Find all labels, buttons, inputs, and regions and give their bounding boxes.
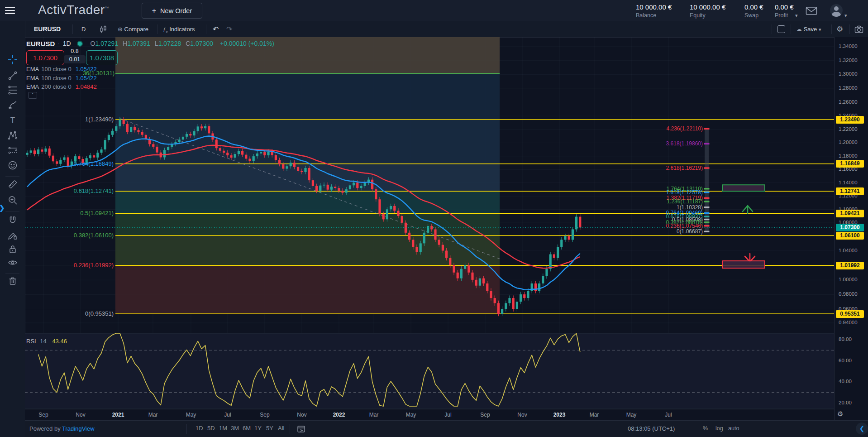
hamburger-menu-icon[interactable]	[5, 7, 15, 14]
time-tick: May	[626, 412, 637, 418]
mail-icon[interactable]	[806, 6, 817, 18]
rsi-pane-bg	[25, 333, 834, 409]
chart-style-icon[interactable]	[99, 21, 108, 37]
go-to-date-icon[interactable]	[296, 424, 306, 435]
new-order-button[interactable]: New Order	[142, 3, 202, 19]
indicator-value: 1.04842	[76, 83, 97, 90]
bottom-toolbar: Powered by TradingView 1D5D1M3M6M1Y5YAll…	[25, 420, 868, 437]
indicator-row[interactable]: EMA100 close 01.05422	[26, 75, 97, 83]
save-caret-icon	[819, 26, 821, 33]
drawing-mode-tool-icon[interactable]	[6, 229, 19, 241]
range-1y-button[interactable]: 1Y	[254, 425, 262, 432]
collapse-panel-chevron-icon[interactable]: ❮	[856, 423, 868, 435]
price-tick: 1.18000	[839, 153, 858, 158]
ruler-tool-icon[interactable]	[6, 178, 19, 191]
time-tick: May	[406, 412, 416, 418]
indicator-row[interactable]: EMA100 close 01.05422	[26, 66, 97, 74]
indicator-value: 1.05422	[76, 75, 97, 82]
fib-extension-labels: 4.236(1.22110)3.618(1.19860)2.618(1.1621…	[666, 125, 703, 235]
magnet-tool-icon[interactable]	[6, 214, 19, 227]
function-icon: ƒx	[163, 26, 168, 33]
stat-equity: 10 000.00 €Equity	[690, 3, 725, 19]
rsi-tick: 40.00	[839, 379, 852, 384]
long-entry-box[interactable]	[722, 185, 765, 191]
stat-value: 0.00 €	[744, 3, 763, 11]
forecast-tool-icon[interactable]	[6, 144, 19, 157]
undo-icon[interactable]: ↶	[213, 21, 219, 37]
watchlist-expand-chevron-icon[interactable]: ❯	[0, 204, 5, 212]
chart-legend[interactable]: EURUSD · 1D O1.07291H1.07391L1.07228C1.0…	[26, 39, 274, 48]
range-1d-button[interactable]: 1D	[196, 425, 203, 432]
price-tick: 1.14000	[839, 180, 858, 185]
svg-text:0.764(1.16849): 0.764(1.16849)	[74, 160, 114, 167]
range-1m-button[interactable]: 1M	[219, 425, 227, 432]
range-all-button[interactable]: All	[278, 425, 284, 432]
delete-all-tool-icon[interactable]	[6, 274, 19, 287]
screenshot-camera-icon[interactable]	[854, 21, 863, 37]
axis-settings-gear-icon[interactable]: ⚙	[837, 410, 843, 418]
price-level-badge: 1.06100	[836, 232, 864, 240]
rsi-tick: 60.00	[839, 358, 852, 363]
redo-icon[interactable]: ↷	[226, 21, 232, 37]
price-level-badge: 1.09421	[836, 210, 864, 217]
time-tick: Sep	[260, 412, 269, 418]
fib-extension-ladder[interactable]	[704, 128, 710, 232]
scale-percent-button[interactable]: %	[703, 425, 708, 432]
settings-gear-icon[interactable]: ⚙	[836, 21, 843, 37]
scale-log-button[interactable]: log	[715, 425, 723, 432]
time-tick: Sep	[480, 412, 490, 418]
short-entry-box[interactable]	[722, 261, 765, 268]
powered-by: Powered by TradingView	[29, 425, 95, 432]
compare-button[interactable]: ⊕ Compare	[118, 21, 148, 37]
buy-ask-button[interactable]: 1.07308	[86, 50, 118, 65]
fib-shaded-bands	[115, 37, 500, 314]
clock[interactable]: 08:13:05 (UTC+1)	[628, 425, 675, 432]
interval-button[interactable]: D	[81, 21, 86, 37]
indicator-name: EMA	[26, 66, 39, 72]
avatar[interactable]	[830, 4, 843, 17]
sidebar-divider	[5, 176, 19, 177]
up-arrow-icon[interactable]	[743, 206, 753, 213]
indicator-params: 100 close 0	[41, 75, 72, 82]
scale-auto-button[interactable]: auto	[728, 425, 739, 432]
time-tick: Jul	[665, 412, 672, 418]
legend-collapse-button[interactable]: ⌃	[28, 92, 37, 99]
brush-tool-icon[interactable]	[6, 99, 19, 111]
xabcd-pattern-tool-icon[interactable]	[6, 129, 19, 142]
range-6m-button[interactable]: 6M	[243, 425, 251, 432]
indicators-button[interactable]: ƒx Indicators	[163, 21, 195, 37]
svg-text:1(1.23490): 1(1.23490)	[85, 116, 114, 123]
indicator-row[interactable]: EMA200 close 01.04842	[26, 83, 97, 91]
symbol-search-button[interactable]: EURUSD	[34, 21, 61, 37]
layout-select-icon[interactable]	[777, 21, 785, 37]
chart-canvas[interactable]: 1(1.23490)0.764(1.16849)0.618(1.12741)0.…	[25, 37, 834, 420]
zoom-in-tool-icon[interactable]	[6, 194, 19, 206]
trend-line-tool-icon[interactable]	[6, 69, 19, 82]
emoji-tool-icon[interactable]	[6, 159, 19, 172]
text-tool-icon[interactable]: T	[6, 114, 19, 126]
price-level-badge: 1.16849	[836, 160, 864, 168]
lock-all-tool-icon[interactable]	[6, 243, 19, 255]
time-axis[interactable]: SepNov2021MarMayJulSepNov2022MarMayJulSe…	[25, 409, 834, 421]
tradingview-link[interactable]: TradingView	[62, 425, 95, 432]
save-button[interactable]: ☁ Save	[796, 21, 821, 37]
drawing-tools-sidebar: T	[0, 21, 25, 437]
range-5y-button[interactable]: 5Y	[266, 425, 273, 432]
rsi-legend[interactable]: RSI 14 43.46	[26, 338, 67, 345]
sell-bid-button[interactable]: 1.07300	[26, 50, 64, 65]
hide-all-tool-icon[interactable]	[6, 256, 19, 269]
ohlc-value: 1.07228	[158, 40, 181, 47]
profit-dropdown-caret-icon[interactable]	[795, 11, 798, 19]
time-tick: Nov	[297, 412, 306, 418]
sidebar-divider	[5, 273, 19, 274]
price-axis[interactable]: 1.340001.320001.300001.280001.260001.240…	[834, 37, 868, 420]
fib-retracement-tool-icon[interactable]	[6, 84, 19, 96]
time-tick: Mar	[148, 412, 158, 418]
crosshair-tool-icon[interactable]	[6, 53, 19, 66]
svg-text:4.236(1.22110): 4.236(1.22110)	[666, 125, 703, 132]
price-tick: 1.04000	[839, 248, 858, 253]
range-3m-button[interactable]: 3M	[231, 425, 239, 432]
range-5d-button[interactable]: 5D	[207, 425, 215, 432]
account-dropdown-caret-icon[interactable]	[844, 11, 847, 19]
ohlc-value: 1.07300	[190, 40, 213, 47]
